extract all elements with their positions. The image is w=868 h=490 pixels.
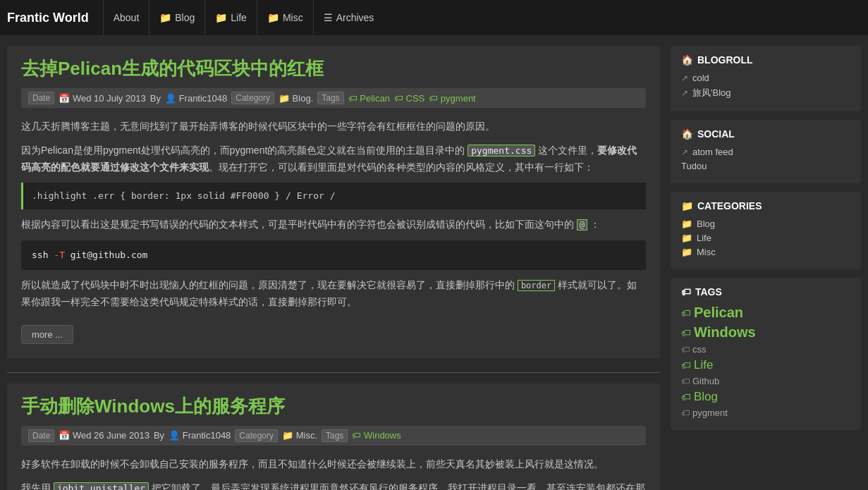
- article-1: 去掉Pelican生成的代码区块中的红框 Date 📅 Wed 10 July …: [7, 46, 660, 358]
- tag-pelican-item[interactable]: 🏷 Pelican: [681, 305, 850, 321]
- sidebar-tags: 🏷 TAGS 🏷 Pelican 🏷 Windows 🏷 css 🏷 Life …: [671, 278, 861, 430]
- blogroll-lv[interactable]: ↗ 旅风'Blog: [681, 87, 850, 99]
- article-2-p2: 我先用 iobit unistaller 把它卸载了，最后弄完发现系统进程里面竟…: [21, 480, 646, 490]
- tags-badge-2: Tags: [322, 429, 348, 442]
- article-1-p1: 这几天折腾博客主题，无意间找到了最开始弄博客的时候代码区块中的一些字符会有红框框…: [21, 118, 646, 135]
- folder-icon: 📁: [267, 12, 279, 23]
- categories-icon: 📁: [681, 200, 693, 212]
- bullet-icon-6: 🏷: [681, 391, 691, 403]
- bullet-icon-3: 🏷: [681, 345, 690, 355]
- pygment-css-inline: pygment.css: [467, 145, 535, 157]
- bullet-icon-4: 🏷: [681, 360, 691, 371]
- tag-windows-item[interactable]: 🏷 Windows: [681, 324, 850, 341]
- article-2-date: 📅 Wed 26 June 2013: [59, 430, 149, 441]
- bullet-icon: 🏷: [681, 307, 691, 319]
- bullet-icon-7: 🏷: [681, 408, 690, 418]
- categories-title: 📁 CATEGORIES: [681, 200, 850, 212]
- article-2-meta: Date 📅 Wed 26 June 2013 By 👤 Frantic1048…: [21, 426, 646, 446]
- cat-life[interactable]: 📁 Life: [681, 233, 850, 243]
- article-1-by: By: [150, 93, 161, 104]
- sidebar: 🏠 BLOGROLL ↗ cold ↗ 旅风'Blog 🏠 SOCIAL ↗ a…: [671, 46, 861, 490]
- bullet-icon-2: 🏷: [681, 327, 691, 338]
- cat-blog[interactable]: 📁 Blog: [681, 219, 850, 229]
- article-1-body: 这几天折腾博客主题，无意间找到了最开始弄博客的时候代码区块中的一些字符会有红框框…: [21, 118, 646, 344]
- social-tudou[interactable]: Tudou: [681, 161, 850, 171]
- nav-archives[interactable]: ☰Archives: [313, 0, 384, 35]
- article-1-date: 📅 Wed 10 July 2013: [59, 93, 145, 104]
- folder-icon-misc: 📁: [681, 247, 692, 257]
- nav-blog[interactable]: 📁Blog: [149, 0, 204, 35]
- date-badge-2: Date: [28, 429, 54, 442]
- sidebar-categories: 📁 CATEGORIES 📁 Blog 📁 Life 📁 Misc: [671, 192, 861, 269]
- tag-blog-item[interactable]: 🏷 Blog: [681, 390, 850, 404]
- tag-windows[interactable]: 🏷 Windows: [352, 430, 401, 441]
- folder-icon-blog: 📁: [681, 219, 692, 229]
- article-1-category: 📁 Blog.: [279, 93, 313, 104]
- nav-misc[interactable]: 📁Misc: [257, 0, 313, 35]
- highlight-box: .highlight .err { border: 1px solid #FF0…: [21, 183, 646, 209]
- tags-badge: Tags: [317, 92, 343, 104]
- article-2-body: 好多软件在卸载的时候不会卸载自己安装的服务程序，而且不知道什么时候还会被继续装上…: [21, 456, 646, 490]
- rss-icon: ↗: [681, 147, 688, 157]
- article-2-author: 👤 Frantic1048: [169, 430, 231, 441]
- article-divider: [7, 372, 660, 373]
- err-char: @: [577, 219, 587, 231]
- more-button-1[interactable]: more ...: [21, 325, 73, 344]
- archives-icon: ☰: [324, 12, 333, 23]
- site-title[interactable]: Frantic World: [7, 11, 89, 25]
- nav: About 📁Blog 📁Life 📁Misc ☰Archives: [103, 0, 384, 35]
- header: Frantic World About 📁Blog 📁Life 📁Misc ☰A…: [0, 0, 868, 35]
- tag-pygment-item[interactable]: 🏷 pygment: [681, 408, 850, 418]
- article-2-by: By: [154, 430, 164, 441]
- category-badge: Category: [231, 92, 274, 104]
- tag-pygment[interactable]: 🏷 pygment: [429, 93, 476, 104]
- article-2-category: 📁 Misc.: [282, 430, 317, 441]
- content: 去掉Pelican生成的代码区块中的红框 Date 📅 Wed 10 July …: [7, 46, 660, 490]
- article-2-title[interactable]: 手动删除Windows上的服务程序: [21, 394, 646, 419]
- blogroll-icon: 🏠: [681, 54, 693, 66]
- article-1-p4: 所以就造成了代码块中时不时出现恼人的红框的问题，原因清楚了，现在要解决它就很容易…: [21, 277, 646, 311]
- article-1-p2: 因为Pelican是使用pygment处理代码高亮的，而pygment的高亮颜色…: [21, 142, 646, 176]
- blogroll-cold[interactable]: ↗ cold: [681, 73, 850, 83]
- date-badge: Date: [28, 92, 54, 104]
- folder-icon: 📁: [159, 12, 171, 23]
- tag-icon: 🏷: [681, 286, 691, 298]
- tag-css-item[interactable]: 🏷 css: [681, 344, 850, 355]
- iobit-inline: iobit unistaller: [54, 482, 149, 490]
- border-inline: border: [518, 280, 555, 291]
- article-1-title[interactable]: 去掉Pelican生成的代码区块中的红框: [21, 56, 646, 81]
- tags-title: 🏷 TAGS: [681, 286, 850, 298]
- article-1-p3: 根据内容可以看出这是规定书写错误的代码的文本样式，可是平时代码中有的字符也会被识…: [21, 216, 646, 233]
- bullet-icon-5: 🏷: [681, 376, 690, 386]
- tag-pelican[interactable]: 🏷 Pelican: [348, 93, 390, 104]
- article-2-p1: 好多软件在卸载的时候不会卸载自己安装的服务程序，而且不知道什么时候还会被继续装上…: [21, 456, 646, 473]
- external-link-icon: ↗: [681, 73, 688, 83]
- code-block-ssh: ssh -T git@github.com: [21, 240, 646, 270]
- article-1-meta: Date 📅 Wed 10 July 2013 By 👤 Frantic1048…: [21, 88, 646, 108]
- nav-life[interactable]: 📁Life: [204, 0, 257, 35]
- article-2: 手动删除Windows上的服务程序 Date 📅 Wed 26 June 201…: [7, 384, 660, 490]
- social-icon: 🏠: [681, 128, 693, 140]
- nav-about[interactable]: About: [103, 0, 149, 35]
- cat-misc[interactable]: 📁 Misc: [681, 247, 850, 257]
- blogroll-title: 🏠 BLOGROLL: [681, 54, 850, 66]
- social-title: 🏠 SOCIAL: [681, 128, 850, 140]
- article-1-author: 👤 Frantic1048: [165, 93, 227, 104]
- folder-icon-life: 📁: [681, 233, 692, 243]
- tag-github-item[interactable]: 🏷 Github: [681, 376, 850, 386]
- category-badge-2: Category: [235, 429, 278, 442]
- folder-icon: 📁: [215, 12, 227, 23]
- main-layout: 去掉Pelican生成的代码区块中的红框 Date 📅 Wed 10 July …: [0, 35, 868, 490]
- tag-life-item[interactable]: 🏷 Life: [681, 358, 850, 372]
- external-link-icon-2: ↗: [681, 88, 688, 98]
- sidebar-blogroll: 🏠 BLOGROLL ↗ cold ↗ 旅风'Blog: [671, 46, 861, 111]
- tag-css[interactable]: 🏷 CSS: [394, 93, 424, 104]
- social-atom[interactable]: ↗ atom feed: [681, 147, 850, 157]
- sidebar-social: 🏠 SOCIAL ↗ atom feed Tudou: [671, 120, 861, 183]
